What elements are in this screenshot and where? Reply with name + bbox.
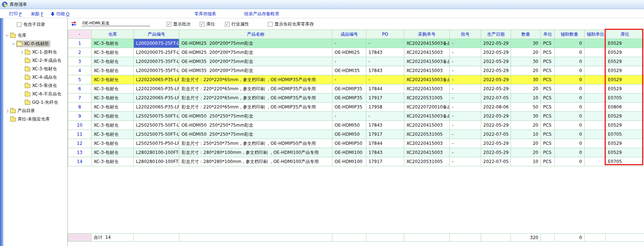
filter-option-显示当前仓库零库存[interactable]: 显示当前仓库零库存: [268, 21, 314, 27]
cell-产品名称[interactable]: OE-HDMI35 200*200*75mm彩盒: [179, 66, 332, 75]
cell-成品编号[interactable]: OE-HDMI100: [332, 148, 366, 157]
cell-数量[interactable]: 10: [511, 157, 541, 166]
cell-产品编号[interactable]: L250250075-50FT-LFH: [134, 112, 179, 121]
cell-PO[interactable]: 17844: [366, 139, 404, 148]
cell-库位[interactable]: E0529: [606, 75, 644, 84]
cell-rownum[interactable]: 1: [68, 39, 91, 48]
cell-库位[interactable]: E0705: [606, 157, 644, 166]
checkbox-icon[interactable]: [268, 22, 273, 27]
cell-辅助单位[interactable]: [585, 103, 606, 112]
cell-成品编号[interactable]: -: [332, 57, 366, 66]
cell-辅助单位[interactable]: [585, 112, 606, 121]
cell-库位[interactable]: E0529: [606, 48, 644, 57]
cell-仓库[interactable]: XC-3-包材仓: [91, 94, 134, 103]
tree-expand-icon[interactable]: [19, 51, 24, 53]
cell-PO[interactable]: 17958: [366, 103, 404, 112]
cell-产品名称[interactable]: 彩盒尺寸：220*220*65mm，参文档印刷 ，OE-HDMIP35产品专用: [179, 94, 332, 103]
cell-库位[interactable]: E0705: [606, 94, 644, 103]
cell-单位[interactable]: PCS: [541, 39, 555, 48]
tree-item-label-wrap[interactable]: XC-5-客供仓: [24, 82, 58, 89]
cell-单位[interactable]: PCS: [541, 75, 555, 84]
cell-生产日期[interactable]: 2022-07-05: [481, 94, 511, 103]
cell-PO[interactable]: 17917: [366, 130, 404, 139]
cell-生产日期[interactable]: 2022-05-29: [481, 39, 511, 48]
cell-采购单号[interactable]: XC20220415003: [404, 121, 450, 130]
cell-rownum[interactable]: 6: [68, 84, 91, 94]
print-menu-item[interactable]: 打印P: [9, 11, 22, 17]
tree-item-XC-0-线材部[interactable]: XC-0-线材部: [0, 40, 67, 48]
column-header-辅助数量[interactable]: 辅助数量: [555, 30, 585, 39]
column-header-采购单号[interactable]: 采购单号: [404, 30, 450, 39]
cell-辅助单位[interactable]: [585, 130, 606, 139]
cell-成品编号[interactable]: OE-HDMI35: [332, 66, 366, 75]
column-header-生产日期[interactable]: 生产日期: [481, 30, 511, 39]
cell-辅助数量[interactable]: 0: [555, 39, 585, 48]
cell-采购单号[interactable]: XC20220415003备品: [404, 112, 450, 121]
cell-产品名称[interactable]: 彩盒尺寸：280*280*100mm，参文档印刷 ，OE-HDMI100产品专用: [179, 148, 332, 157]
cell-库位[interactable]: E0529: [606, 148, 644, 157]
include-subdirs-checkbox[interactable]: [17, 22, 22, 27]
cell-单位[interactable]: PCS: [541, 103, 555, 112]
table-row[interactable]: 7XC-3-包材仓L220220065-P35-LFH彩盒尺寸：220*220*…: [68, 94, 644, 103]
cell-采购单号[interactable]: XC20220531005: [404, 130, 450, 139]
cell-库位[interactable]: E0705: [606, 130, 644, 139]
cell-产品编号[interactable]: L200200075-35FT-LFH: [134, 57, 179, 66]
tree-item-label-wrap[interactable]: XC-1-原料仓: [24, 49, 58, 56]
tree-item-GQ-1-光纤仓[interactable]: GQ-1-光纤仓: [0, 98, 67, 107]
cell-数量[interactable]: 20: [511, 66, 541, 75]
cell-生产日期[interactable]: 2022-05-29: [481, 121, 511, 130]
cell-PO[interactable]: 17843: [366, 148, 404, 157]
cell-辅助数量[interactable]: 0: [555, 57, 585, 66]
cell-批号[interactable]: -: [450, 66, 481, 75]
cell-产品名称[interactable]: OE-HDMI35 200*200*75mm彩盒: [179, 57, 332, 66]
cell-产品编号[interactable]: L220220065-P35-LFH: [134, 84, 179, 94]
cell-辅助数量[interactable]: 0: [555, 66, 585, 75]
cell-辅助单位[interactable]: [585, 75, 606, 84]
cell-产品编号[interactable]: L220220065-P35-LFH: [134, 103, 179, 112]
cell-成品编号[interactable]: OE-HDMI25: [332, 48, 366, 57]
product-filter-input[interactable]: [82, 20, 150, 26]
cell-库位[interactable]: E0806: [606, 103, 644, 112]
filter-option-行业属性[interactable]: ✓行业属性: [225, 21, 249, 27]
cell-生产日期[interactable]: 2022-05-29: [481, 84, 511, 94]
tree-item-库位-未指定仓库[interactable]: 库位-未指定仓库: [0, 115, 67, 123]
cell-rownum[interactable]: 14: [68, 157, 91, 166]
cell-单位[interactable]: PCS: [541, 94, 555, 103]
cell-单位[interactable]: PCS: [541, 148, 555, 157]
cell-批号[interactable]: -: [450, 121, 481, 130]
table-row[interactable]: 1XC-3-包材仓L200200075-25FT-LFHOE-HDMI25 20…: [68, 39, 644, 48]
cell-产品编号[interactable]: L250250075-P50-LFH: [134, 139, 179, 148]
cell-rownum[interactable]: 8: [68, 103, 91, 112]
refresh-menu-item[interactable]: 刷新F: [31, 11, 43, 17]
column-header-PO[interactable]: PO: [366, 30, 404, 39]
cell-辅助数量[interactable]: 0: [555, 84, 585, 94]
cell-辅助数量[interactable]: 0: [555, 121, 585, 130]
cell-辅助单位[interactable]: [585, 139, 606, 148]
table-row[interactable]: 13XC-3-包材仓L280280100-100FT-LFH彩盒尺寸：280*2…: [68, 148, 644, 157]
cell-生产日期[interactable]: 2022-05-29: [481, 139, 511, 148]
cell-数量[interactable]: 20: [511, 121, 541, 130]
cell-单位[interactable]: PCS: [541, 157, 555, 166]
cell-生产日期[interactable]: 2022-05-29: [481, 66, 511, 75]
checkbox-icon[interactable]: ✓: [167, 22, 171, 27]
cell-产品编号[interactable]: L280280100-100FT-LFH: [134, 157, 179, 166]
cell-采购单号[interactable]: XC20220415003: [404, 148, 450, 157]
cell-产品名称[interactable]: 彩盒尺寸：280*280*100mm，参文档印刷 ，OE-HDMI100产品专用: [179, 157, 332, 166]
cell-rownum[interactable]: 4: [68, 66, 91, 75]
checkbox-icon[interactable]: ✓: [200, 22, 204, 27]
cell-rownum[interactable]: 9: [68, 112, 91, 121]
tree-item-label-wrap[interactable]: XC-6-不良品仓: [24, 91, 63, 98]
tree-item-label-wrap[interactable]: XC-4-成品仓: [24, 74, 58, 81]
cell-仓库[interactable]: XC-3-包材仓: [91, 157, 134, 166]
cell-辅助数量[interactable]: 0: [555, 94, 585, 103]
cell-PO[interactable]: -: [366, 57, 404, 66]
cell-库位[interactable]: E0529: [606, 39, 644, 48]
cell-辅助数量[interactable]: 0: [555, 112, 585, 121]
cell-批号[interactable]: -: [450, 94, 481, 103]
table-row[interactable]: 12XC-3-包材仓L250250075-P50-LFH彩盒尺寸：250*250…: [68, 139, 644, 148]
cell-rownum[interactable]: 10: [68, 121, 91, 130]
cell-批号[interactable]: -: [450, 157, 481, 166]
cell-产品编号[interactable]: L250250075-50FT-LFH: [134, 130, 179, 139]
tree-item-label-wrap[interactable]: 库位-未指定仓库: [9, 116, 51, 123]
cell-库位[interactable]: E0529: [606, 139, 644, 148]
